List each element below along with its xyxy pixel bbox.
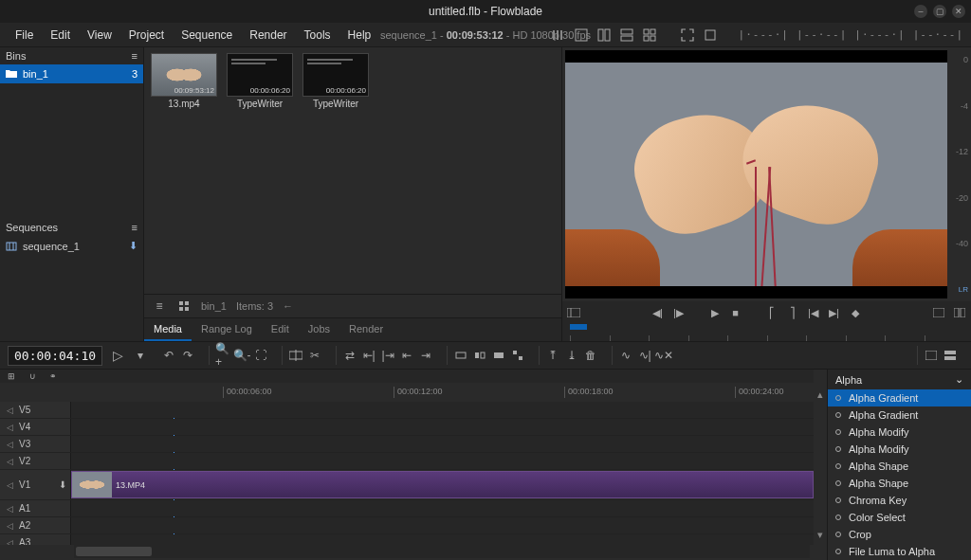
filter-item[interactable]: Crop	[828, 526, 971, 543]
menu-tools[interactable]: Tools	[297, 25, 339, 45]
menu-file[interactable]: File	[8, 25, 41, 45]
timecode-display[interactable]: 00:00:04:10	[8, 346, 102, 366]
scroll-up-icon[interactable]: ▴	[817, 388, 823, 401]
next-frame-button[interactable]: |▶	[671, 305, 687, 320]
tl-display-icon-2[interactable]	[943, 348, 958, 363]
audio-split-icon[interactable]: ∿|	[637, 348, 652, 363]
bins-menu-icon[interactable]: ≡	[132, 50, 137, 62]
close-button[interactable]: ✕	[952, 5, 965, 18]
delete-button[interactable]: 🗑	[583, 348, 598, 363]
extract-button[interactable]: ⤓	[564, 348, 579, 363]
menu-sequence[interactable]: Sequence	[174, 25, 240, 45]
insert-button[interactable]	[453, 348, 468, 363]
bracket-group-1[interactable]: |·---·|	[739, 28, 789, 41]
undo-button[interactable]: ↶	[161, 348, 176, 363]
media-item-text-2[interactable]: 00:00:06:20 TypeWriter	[302, 53, 370, 109]
ripple-button-4[interactable]: ⇥	[418, 348, 433, 363]
filter-item[interactable]: Alpha Shape	[828, 458, 971, 475]
bracket-group-4[interactable]: |--·--|	[913, 28, 963, 41]
grid-view-icon[interactable]	[176, 298, 192, 314]
layout-icon-5[interactable]	[642, 27, 657, 43]
filter-item[interactable]: Alpha Shape	[828, 475, 971, 492]
zoom-fit-button[interactable]: ⛶	[253, 348, 268, 363]
pointer-tool[interactable]: ▷	[110, 348, 125, 363]
tab-jobs[interactable]: Jobs	[299, 318, 339, 341]
mark-in-button[interactable]: ⎡	[764, 305, 779, 320]
trim-view-icon[interactable]	[931, 305, 946, 320]
ripple-button-3[interactable]: ⇤	[399, 348, 414, 363]
clip-v1[interactable]: 13.MP4	[71, 471, 814, 498]
marker-button[interactable]: ◆	[848, 305, 863, 320]
track-head-a1[interactable]: ◁A1	[0, 500, 71, 516]
layout-icon-4[interactable]	[619, 27, 634, 43]
expand-icon[interactable]	[703, 27, 718, 43]
tab-media[interactable]: Media	[144, 318, 192, 341]
media-item-text-1[interactable]: 00:00:06:20 TypeWriter	[226, 53, 294, 109]
cut-button[interactable]: ✂	[307, 348, 322, 363]
play-button[interactable]: ▶	[707, 305, 723, 320]
magnet-icon[interactable]: ∪	[25, 370, 40, 384]
audio-sync-icon[interactable]: ∿	[618, 348, 633, 363]
goto-out-button[interactable]: ▶|	[827, 305, 842, 320]
bin-item[interactable]: bin_1 3	[0, 64, 143, 83]
menu-render[interactable]: Render	[242, 25, 294, 45]
timeline-zoom-bar[interactable]	[74, 545, 810, 558]
sequences-menu-icon[interactable]: ≡	[132, 222, 137, 233]
append-button[interactable]	[472, 348, 487, 363]
filter-item[interactable]: File Luma to Alpha	[828, 543, 971, 560]
filter-item[interactable]: Alpha Modify	[828, 441, 971, 458]
overwrite-button[interactable]	[491, 348, 506, 363]
track-head-a3[interactable]: ◁A3	[0, 534, 71, 545]
menu-help[interactable]: Help	[340, 25, 379, 45]
tl-display-icon-1[interactable]	[924, 348, 939, 363]
goto-in-button[interactable]: |◀	[806, 305, 821, 320]
scroll-down-icon[interactable]: ▾	[817, 529, 823, 541]
filter-item[interactable]: Color Select	[828, 509, 971, 526]
ripple-button-2[interactable]: |⇥	[380, 348, 395, 363]
audio-mute-icon[interactable]: ∿✕	[656, 348, 671, 363]
bracket-group-2[interactable]: |--·--|	[797, 28, 847, 41]
filter-item[interactable]: Alpha Gradient	[828, 406, 971, 424]
media-item-video[interactable]: 00:09:53:12 13.mp4	[150, 53, 218, 109]
zoom-in-button[interactable]: 🔍+	[215, 348, 230, 363]
track-head-v1[interactable]: ◁V1⬇	[0, 470, 71, 499]
filter-item[interactable]: Alpha Gradient	[828, 389, 971, 406]
filter-item[interactable]: Alpha Modify	[828, 424, 971, 441]
filters-dropdown-icon[interactable]: ⌄	[955, 373, 963, 386]
sequence-item[interactable]: sequence_1 ⬇	[0, 236, 143, 256]
link-icon[interactable]: ⚭	[46, 370, 61, 384]
snap-icon[interactable]: ⊞	[4, 370, 19, 384]
split-button[interactable]	[288, 348, 303, 363]
filter-item[interactable]: Chroma Key	[828, 492, 971, 509]
track-head-v2[interactable]: ◁V2	[0, 453, 71, 469]
menu-view[interactable]: View	[80, 25, 119, 45]
track-head-v5[interactable]: ◁V5	[0, 402, 71, 418]
monitor-view[interactable]	[565, 50, 947, 298]
ripple-button-1[interactable]: ⇤|	[361, 348, 376, 363]
tab-render[interactable]: Render	[339, 318, 393, 341]
redo-button[interactable]: ↷	[180, 348, 195, 363]
prev-frame-button[interactable]: ◀|	[650, 305, 666, 320]
monitor-ruler[interactable]	[562, 324, 971, 341]
track-head-a2[interactable]: ◁A2	[0, 517, 71, 533]
layout-icon-3[interactable]	[596, 27, 612, 43]
menu-project[interactable]: Project	[121, 25, 172, 45]
fullscreen-icon[interactable]	[680, 27, 695, 43]
track-head-v3[interactable]: ◁V3	[0, 436, 71, 452]
sync-button[interactable]: ⇄	[342, 348, 357, 363]
tool-menu-chevron[interactable]: ▾	[133, 348, 148, 363]
view-mode-icon[interactable]	[952, 305, 967, 320]
maximize-button[interactable]: ▢	[933, 5, 946, 18]
tab-edit[interactable]: Edit	[262, 318, 299, 341]
list-view-icon[interactable]: ≡	[152, 298, 167, 314]
zoom-out-button[interactable]: 🔍-	[234, 348, 249, 363]
monitor-source-icon[interactable]	[566, 305, 581, 320]
mark-out-button[interactable]: ⎤	[785, 305, 800, 320]
tab-range-log[interactable]: Range Log	[192, 318, 262, 341]
stop-button[interactable]: ■	[728, 305, 743, 320]
timeline-ruler[interactable]: 00:00:06:00 00:00:12:00 00:00:18:00 00:0…	[71, 383, 814, 402]
track-head-v4[interactable]: ◁V4	[0, 419, 71, 435]
lift-button[interactable]: ⤒	[545, 348, 560, 363]
sequence-load-icon[interactable]: ⬇	[129, 240, 137, 252]
bracket-group-3[interactable]: |·---·|	[854, 28, 905, 41]
